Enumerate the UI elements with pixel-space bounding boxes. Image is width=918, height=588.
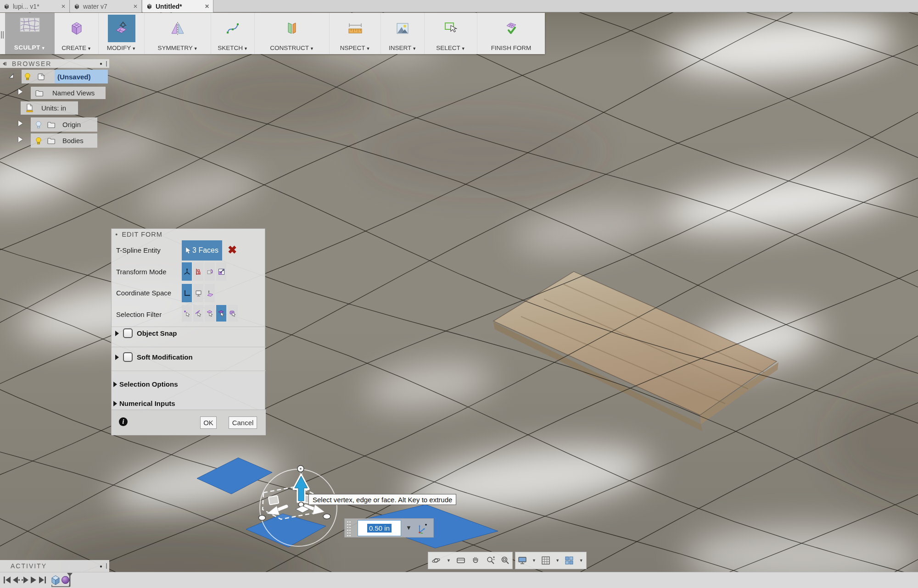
coord-world-button[interactable] (182, 284, 192, 302)
gizmo-face-handle-left[interactable] (269, 495, 279, 505)
tab-close-icon[interactable]: ✕ (205, 3, 209, 10)
dimension-dropdown-caret[interactable]: ▼ (406, 524, 412, 531)
grid-dropdown-caret[interactable]: ▼ (553, 558, 563, 563)
panel-end-grip[interactable] (106, 563, 107, 569)
dialog-title: EDIT FORM (122, 231, 162, 238)
visibility-bulb-icon[interactable] (24, 72, 31, 81)
coord-local-button[interactable] (205, 284, 215, 302)
skip-to-end-button[interactable] (39, 577, 46, 583)
dimension-input[interactable]: 0.50 in (358, 520, 401, 536)
tree-expand-origin[interactable] (18, 121, 22, 126)
step-forward-button[interactable] (22, 577, 28, 583)
cancel-button[interactable]: Cancel (229, 416, 257, 429)
zoom-button[interactable] (483, 556, 498, 565)
filter-edge-button[interactable] (193, 305, 203, 322)
toolbar-group-construct[interactable]: CONSTRUCT▼ (255, 13, 330, 54)
skip-to-start-button[interactable] (4, 577, 11, 583)
activity-header[interactable]: ACTIVITY ● (0, 560, 109, 572)
object-snap-row[interactable]: Object Snap (115, 328, 177, 338)
toolbar-group-label: CREATE▼ (62, 44, 91, 51)
browser-item-unsaved[interactable]: (Unsaved) (55, 70, 108, 83)
filter-body-button[interactable] (228, 305, 238, 322)
toolbar-group-symmetry[interactable]: SYMMETRY▼ (145, 13, 211, 54)
tab-document-active[interactable]: Untitled* ✕ (143, 0, 213, 12)
step-back-button[interactable] (13, 577, 20, 583)
toolbar-group-modify[interactable]: MODIFY▼ (99, 13, 145, 54)
collapse-panel-icon[interactable] (3, 61, 8, 66)
tspline-entity-value: 3 Faces (192, 246, 218, 255)
display-dropdown-caret[interactable]: ▼ (529, 558, 539, 563)
expand-triangle-icon[interactable] (115, 331, 119, 336)
tab-document-2[interactable]: water v7 ✕ (70, 0, 142, 12)
filter-face-button[interactable] (205, 305, 215, 322)
tree-expand-bodies[interactable] (18, 137, 22, 142)
filter-vertex-button[interactable] (182, 305, 192, 322)
expand-triangle-icon[interactable] (113, 382, 117, 387)
sculpt-mode-panel[interactable]: SCULPT▼ (5, 13, 55, 54)
toolbar-group-select[interactable]: SELECT▼ (425, 13, 477, 54)
browser-item-label: Origin (62, 121, 81, 128)
dropdown-caret: ▼ (244, 46, 248, 51)
panel-end-grip[interactable] (106, 61, 107, 67)
toolbar-group-finish-form[interactable]: FINISH FORM (477, 13, 545, 54)
orbit-dropdown-caret[interactable]: ▼ (444, 558, 454, 563)
edge-filter-icon (195, 310, 202, 317)
browser-item-label: Units: in (41, 104, 66, 112)
soft-modification-row[interactable]: Soft Modification (115, 352, 193, 362)
tree-expand-named-views[interactable] (18, 89, 22, 94)
visibility-bulb-icon[interactable] (35, 137, 42, 145)
tspline-entity-chip[interactable]: 3 Faces (182, 240, 222, 261)
toolbar-group-insert[interactable]: INSERT▼ (381, 13, 425, 54)
timeline-feature-cube-icon[interactable] (50, 575, 61, 586)
toolbar-group-inspect[interactable]: NSPECT▼ (330, 13, 381, 54)
rotate-copy-icon (206, 268, 214, 276)
viewports-button[interactable] (563, 556, 577, 565)
selection-options-row[interactable]: Selection Options (113, 380, 178, 388)
browser-item-units[interactable]: Units: in (21, 101, 78, 115)
tab-close-icon[interactable]: ✕ (133, 3, 138, 10)
toolbar-group-create[interactable]: CREATE▼ (55, 13, 99, 54)
transform-scale-button[interactable] (216, 262, 226, 281)
transform-align-button[interactable] (193, 262, 203, 281)
grid-settings-button[interactable] (539, 556, 553, 565)
play-button[interactable] (30, 577, 37, 583)
expand-triangle-icon[interactable] (113, 401, 117, 406)
gizmo-handle-left[interactable] (259, 516, 266, 521)
timeline-playhead-marker[interactable] (67, 573, 73, 587)
tab-close-icon[interactable]: ✕ (61, 3, 66, 10)
display-settings-button[interactable] (515, 556, 529, 565)
dialog-titlebar[interactable]: ● EDIT FORM (112, 229, 265, 240)
selection-options-label: Selection Options (119, 380, 178, 388)
expand-triangle-icon[interactable] (115, 355, 119, 360)
dropdown-caret: ▼ (87, 46, 91, 51)
look-at-button[interactable] (453, 556, 468, 565)
coord-view-button[interactable] (193, 284, 203, 302)
info-icon[interactable]: i (119, 417, 128, 426)
viewports-dropdown-caret[interactable]: ▼ (576, 558, 586, 563)
fusion360-window: lupi... v1* ✕ water v7 ✕ Untitled* ✕ SCU… (0, 0, 918, 588)
visibility-bulb-off-icon[interactable] (35, 121, 42, 129)
gizmo-handle-right[interactable] (323, 514, 330, 519)
toolbar-grip[interactable] (1, 31, 4, 39)
orbit-button[interactable] (428, 556, 444, 565)
browser-item-bodies[interactable]: Bodies (31, 133, 97, 148)
transform-translate-button[interactable] (182, 262, 192, 281)
browser-item-label: (Unsaved) (57, 73, 91, 81)
ok-button[interactable]: OK (200, 416, 217, 429)
zoom-window-button[interactable] (498, 556, 512, 565)
transform-rotate-copy-button[interactable] (205, 262, 215, 281)
browser-item-named-views[interactable]: Named Views (31, 87, 106, 99)
object-snap-checkbox[interactable] (123, 328, 133, 338)
browser-item-origin[interactable]: Origin (31, 117, 97, 132)
filter-face-selected-button[interactable] (216, 305, 226, 322)
toolbar-group-sketch[interactable]: SKETCH▼ (211, 13, 255, 54)
tree-expand-root[interactable] (8, 72, 14, 81)
browser-header[interactable]: BROWSER ● (0, 59, 109, 68)
tab-document-1[interactable]: lupi... v1* ✕ (0, 0, 70, 12)
pan-button[interactable] (468, 556, 483, 565)
clear-selection-icon[interactable]: ✖ (226, 244, 238, 256)
soft-modification-checkbox[interactable] (123, 352, 133, 362)
numerical-inputs-row[interactable]: Numerical Inputs (113, 399, 175, 407)
panel-drag-grip[interactable] (347, 521, 351, 536)
axis-reference-icon[interactable] (417, 523, 427, 534)
